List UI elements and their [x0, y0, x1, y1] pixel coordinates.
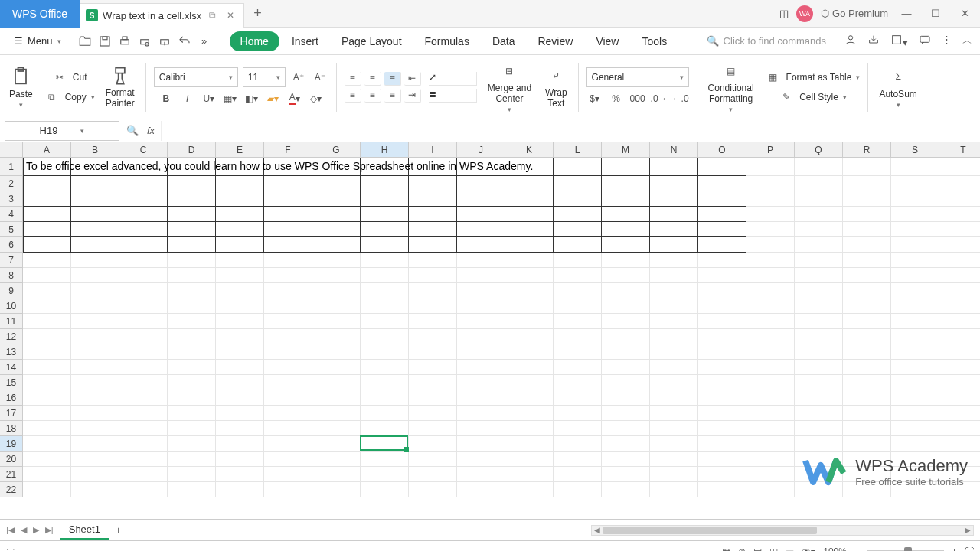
cell[interactable]: [602, 375, 650, 390]
cell[interactable]: [216, 253, 264, 268]
cell[interactable]: [409, 222, 457, 237]
cell[interactable]: [505, 191, 554, 207]
minimize-button[interactable]: —: [896, 3, 917, 24]
cell[interactable]: [71, 344, 119, 360]
cell[interactable]: [457, 452, 505, 467]
cell[interactable]: [795, 298, 843, 314]
wrap-text-button[interactable]: ⤶ Wrap Text: [542, 64, 570, 111]
cell[interactable]: [264, 314, 312, 329]
cell[interactable]: [312, 360, 361, 375]
cell[interactable]: [554, 283, 602, 298]
cell[interactable]: [457, 482, 505, 497]
cell[interactable]: [891, 283, 939, 298]
row-header-20[interactable]: 20: [0, 452, 23, 467]
cell[interactable]: [602, 237, 650, 253]
cell[interactable]: [554, 237, 602, 253]
cell[interactable]: [554, 375, 602, 390]
cell[interactable]: [71, 268, 119, 283]
cell[interactable]: [505, 482, 554, 497]
cell[interactable]: [23, 191, 71, 207]
cell[interactable]: [457, 436, 505, 452]
cell[interactable]: [554, 207, 602, 222]
cell[interactable]: [23, 452, 71, 467]
cell[interactable]: [23, 482, 71, 497]
cell[interactable]: [312, 344, 361, 360]
cell[interactable]: [409, 344, 457, 360]
cell[interactable]: [698, 482, 746, 497]
cell[interactable]: [216, 390, 264, 406]
row-header-15[interactable]: 15: [0, 375, 23, 390]
cell[interactable]: [23, 375, 71, 390]
bold-icon[interactable]: B: [158, 90, 175, 107]
font-size-select[interactable]: 11▾: [243, 67, 286, 87]
row-header-4[interactable]: 4: [0, 207, 23, 222]
cell[interactable]: [650, 176, 698, 191]
cell[interactable]: [71, 253, 119, 268]
cell[interactable]: [891, 158, 939, 176]
cell[interactable]: [23, 360, 71, 375]
cell[interactable]: [891, 237, 939, 253]
cell-style-button[interactable]: ✎ Cell Style▾: [778, 89, 847, 106]
cell[interactable]: [457, 176, 505, 191]
currency-icon[interactable]: $▾: [586, 90, 603, 107]
zoom-in-button[interactable]: +: [952, 546, 957, 552]
tab-formulas[interactable]: Formulas: [414, 31, 480, 51]
cell[interactable]: [312, 482, 361, 497]
cell[interactable]: [746, 298, 795, 314]
cell[interactable]: [312, 314, 361, 329]
cell[interactable]: [554, 344, 602, 360]
select-all-corner[interactable]: [0, 142, 23, 158]
cell[interactable]: [409, 237, 457, 253]
align-middle-icon[interactable]: ≡: [364, 72, 381, 86]
cell[interactable]: [361, 436, 409, 452]
tab-close-icon[interactable]: ✕: [224, 10, 237, 21]
cell[interactable]: [746, 237, 795, 253]
cell[interactable]: [843, 314, 891, 329]
cell[interactable]: [650, 452, 698, 467]
decrease-font-icon[interactable]: A⁻: [312, 69, 328, 86]
close-button[interactable]: ✕: [954, 3, 975, 24]
cell[interactable]: [843, 298, 891, 314]
col-header-R[interactable]: R: [843, 142, 891, 158]
cell[interactable]: [746, 421, 795, 436]
cell[interactable]: [168, 314, 216, 329]
cell[interactable]: [698, 360, 746, 375]
cell[interactable]: [312, 268, 361, 283]
cell[interactable]: [891, 406, 939, 421]
cell[interactable]: [119, 360, 168, 375]
cell[interactable]: [361, 222, 409, 237]
share-icon[interactable]: [867, 34, 880, 48]
cell[interactable]: [264, 390, 312, 406]
col-header-F[interactable]: F: [264, 142, 312, 158]
underline-icon[interactable]: U▾: [201, 90, 217, 107]
cell[interactable]: [795, 253, 843, 268]
col-header-G[interactable]: G: [312, 142, 361, 158]
col-header-P[interactable]: P: [746, 142, 795, 158]
cell[interactable]: [698, 375, 746, 390]
cell[interactable]: [361, 314, 409, 329]
cell[interactable]: [312, 390, 361, 406]
copy-button[interactable]: ⧉ Copy▾: [44, 89, 95, 106]
cell[interactable]: [23, 268, 71, 283]
col-header-D[interactable]: D: [168, 142, 216, 158]
cell[interactable]: [891, 421, 939, 436]
cell[interactable]: [71, 406, 119, 421]
cell[interactable]: [602, 329, 650, 344]
cell[interactable]: [843, 375, 891, 390]
horizontal-scrollbar[interactable]: ◀▶: [591, 525, 974, 536]
cell[interactable]: [216, 207, 264, 222]
cell[interactable]: [843, 406, 891, 421]
cell[interactable]: [939, 360, 980, 375]
cell[interactable]: [554, 158, 602, 176]
cell[interactable]: [891, 176, 939, 191]
cell[interactable]: [602, 436, 650, 452]
cell[interactable]: To be office excel advanced, you could l…: [23, 158, 71, 176]
cell[interactable]: [554, 253, 602, 268]
col-header-I[interactable]: I: [409, 142, 457, 158]
comma-icon[interactable]: 000: [629, 90, 646, 107]
cell[interactable]: [312, 329, 361, 344]
cell[interactable]: [312, 207, 361, 222]
cell[interactable]: [409, 176, 457, 191]
col-header-A[interactable]: A: [23, 142, 71, 158]
tab-duplicate-icon[interactable]: ⧉: [206, 10, 219, 21]
